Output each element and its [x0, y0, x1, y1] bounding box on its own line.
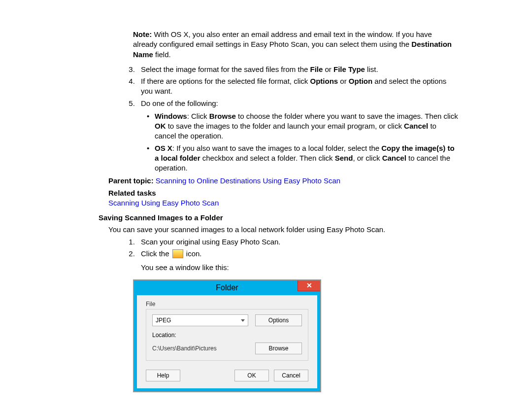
cancel-button[interactable]: Cancel: [274, 370, 308, 381]
step-4: If there are options for the selected fi…: [137, 76, 458, 97]
parent-topic-link[interactable]: Scanning to Online Destinations Using Ea…: [156, 176, 340, 185]
step-b1: Scan your original using Easy Photo Scan…: [137, 237, 458, 247]
step-5: Do one of the following: Windows: Click …: [137, 99, 458, 173]
steps-list-top: Select the image format for the saved fi…: [108, 65, 458, 173]
related-tasks-label: Related tasks: [108, 189, 156, 197]
note-label: Note:: [133, 30, 152, 38]
related-task-link[interactable]: Scanning Using Easy Photo Scan: [108, 199, 219, 207]
location-label: Location:: [152, 331, 302, 339]
step-3: Select the image format for the saved fi…: [137, 65, 458, 74]
close-icon: ✕: [306, 281, 312, 290]
folder-icon: [172, 249, 183, 258]
file-type-select[interactable]: JPEG: [152, 314, 248, 326]
section-intro: You can save your scanned images to a lo…: [108, 225, 458, 235]
folder-dialog: Folder ✕ File JPEG Options Location:: [133, 279, 321, 392]
note-block: Note: With OS X, you also enter an email…: [133, 30, 458, 60]
note-text-1: With OS X, you also enter an email addre…: [133, 30, 432, 48]
section-heading: Saving Scanned Images to a Folder: [99, 213, 458, 223]
file-group-box: JPEG Options Location: C:\Users\Bandit\P…: [146, 309, 308, 360]
browse-button[interactable]: Browse: [255, 342, 302, 354]
step-5-sublist: Windows: Click Browse to choose the fold…: [141, 111, 458, 173]
dialog-title: Folder: [216, 282, 238, 293]
close-button[interactable]: ✕: [298, 280, 320, 291]
step-5-osx: OS X: If you also want to save the image…: [147, 143, 458, 173]
ok-button[interactable]: OK: [234, 370, 269, 381]
step-b2: Click the icon. You see a window like th…: [137, 249, 458, 273]
step-b2-after: You see a window like this:: [141, 263, 458, 273]
page-number: 165: [108, 410, 458, 411]
location-path: C:\Users\Bandit\Pictures: [152, 344, 248, 352]
file-group-label: File: [146, 300, 308, 308]
options-button[interactable]: Options: [255, 314, 302, 326]
note-text-2: field.: [153, 50, 171, 59]
help-button[interactable]: Help: [146, 370, 180, 381]
file-type-value: JPEG: [156, 316, 171, 324]
steps-list-bottom: Scan your original using Easy Photo Scan…: [108, 237, 458, 273]
parent-topic-label: Parent topic:: [108, 176, 154, 185]
step-5-windows: Windows: Click Browse to choose the fold…: [147, 111, 458, 141]
parent-topic-row: Parent topic: Scanning to Online Destina…: [108, 176, 458, 186]
dialog-titlebar: Folder ✕: [134, 280, 320, 295]
